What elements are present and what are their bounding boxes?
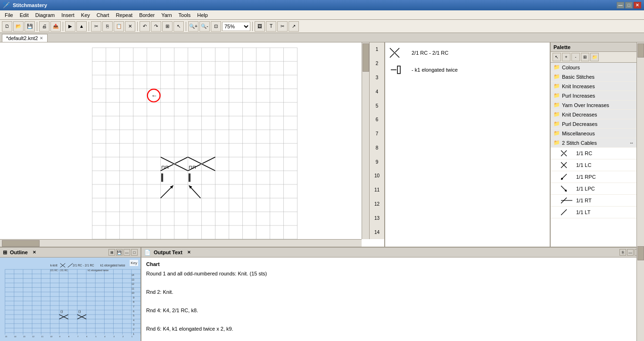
tab-close-button[interactable]: ✕ [40, 36, 43, 41]
svg-rect-74 [5, 269, 140, 334]
cut-button[interactable]: ✂ [91, 21, 101, 32]
chart-area[interactable]: ←⊓⊓⊓⊓ 1413121110987654321 [0, 42, 385, 247]
new-button[interactable]: 🗋 [2, 21, 12, 32]
chart-grid[interactable]: ←⊓⊓⊓⊓ [0, 42, 384, 239]
chart-vscroll[interactable] [362, 42, 369, 239]
palette-folder-btn[interactable]: 📁 [590, 53, 599, 61]
outline-toolbar-btn[interactable]: ⊞ [108, 249, 115, 256]
svg-text:9: 9 [133, 296, 134, 299]
export-button[interactable]: 📤 [50, 21, 61, 32]
menu-help[interactable]: Help [194, 11, 211, 19]
menu-edit[interactable]: Edit [17, 11, 32, 19]
save-button[interactable]: 💾 [25, 21, 35, 32]
output-close-btn[interactable]: ✕ [187, 250, 191, 255]
output-vscroll[interactable] [636, 245, 644, 341]
vscroll-thumb[interactable] [363, 43, 369, 72]
undo-button[interactable]: ↶ [140, 21, 150, 32]
palette-folder-8[interactable]: 📁 2 Stitch Cables↔ [551, 138, 636, 148]
copy-button[interactable]: ⎘ [102, 21, 113, 32]
stitch-icon [560, 208, 573, 216]
output-min-btn[interactable]: — [627, 249, 634, 256]
bottom-area: ⊞ Outline ✕ ⊞ 💾 — □ Key k-knit [0, 247, 644, 341]
palette-stitch-9[interactable]: 1/1 RC [551, 148, 636, 159]
scissors-button[interactable]: ✂ [277, 21, 288, 32]
palette-zoom-out-btn[interactable]: - [571, 53, 580, 61]
palette-folder-2[interactable]: 📁 Knit Increases [551, 82, 636, 91]
outline-max-btn[interactable]: □ [131, 249, 138, 256]
palette-folder-6[interactable]: 📁 Purl Decreases [551, 119, 636, 129]
palette-folder-1[interactable]: 📁 Basic Stitches [551, 72, 636, 82]
menu-tools[interactable]: Tools [176, 11, 194, 19]
palette-header: Palette ▶ [551, 42, 644, 52]
play-button[interactable]: ▶ [65, 21, 75, 32]
outline-header: ⊞ Outline ✕ ⊞ 💾 — □ [0, 248, 140, 258]
svg-text:2: 2 [123, 335, 124, 338]
select-button[interactable]: ⊞ [162, 21, 173, 32]
menu-key[interactable]: Key [78, 11, 93, 19]
palette-folder-0[interactable]: 📁 Colours [551, 63, 636, 72]
svg-text:←: ← [151, 92, 157, 99]
palette-folder-4[interactable]: 📁 Yarn Over Increases [551, 100, 636, 110]
palette-folder-3[interactable]: 📁 Purl Increases [551, 91, 636, 100]
palette-stitch-11[interactable]: 1/1 RPC [551, 171, 636, 183]
tab-label: *default2.knt2 [6, 35, 38, 41]
palette-stitch-13[interactable]: 1/1 RT [551, 195, 636, 207]
svg-text:⊓⊓: ⊓⊓ [161, 165, 169, 170]
palette-stitch-14[interactable]: 1/1 LT [551, 207, 636, 218]
svg-text:k1 elongated twice: k1 elongated twice [100, 264, 125, 267]
menu-chart[interactable]: Chart [94, 11, 112, 19]
palette-stitch-10[interactable]: 1/1 LC [551, 159, 636, 171]
palette-folder-7[interactable]: 📁 Miscellaneous [551, 129, 636, 138]
folder-label: Colours [562, 65, 580, 70]
stitch-label: 1/1 RT [576, 198, 592, 203]
arrow2-button[interactable]: ↗ [289, 21, 299, 32]
hscroll-thumb[interactable] [2, 240, 40, 247]
palette-folder-5[interactable]: 📁 Knit Decreases [551, 110, 636, 119]
chart-hscroll[interactable] [0, 239, 362, 247]
zoom-in-button[interactable]: 🔍+ [188, 21, 198, 32]
menu-diagram[interactable]: Diagram [33, 11, 58, 19]
menu-repeat[interactable]: Repeat [113, 11, 135, 19]
output-copy-btn[interactable]: ⎘ [619, 249, 626, 256]
menu-border[interactable]: Border [136, 11, 157, 19]
close-button[interactable]: ✕ [634, 2, 641, 8]
legend-item-elongated: - k1 elongated twice [389, 63, 546, 76]
svg-text:2: 2 [133, 328, 134, 331]
palette-zoom-in-btn[interactable]: + [562, 53, 570, 61]
menu-insert[interactable]: Insert [58, 11, 77, 19]
outline-min-btn[interactable]: — [124, 249, 130, 256]
svg-text:2/1 RC - 2/1 RC: 2/1 RC - 2/1 RC [73, 264, 94, 267]
zoom-fit-button[interactable]: ⊡ [211, 21, 221, 32]
text-button[interactable]: T [266, 21, 276, 32]
arrow-button[interactable]: ▲ [76, 21, 87, 32]
paste-button[interactable]: 📋 [114, 21, 124, 32]
svg-text:13: 13 [23, 335, 25, 338]
open-button[interactable]: 📂 [13, 21, 24, 32]
outline-save-btn[interactable]: 💾 [116, 249, 123, 256]
outline-close-btn[interactable]: ✕ [33, 250, 36, 255]
output-scroll-thumb[interactable] [637, 246, 644, 260]
svg-text:11: 11 [132, 287, 134, 290]
legend-elongated-icon [389, 63, 408, 76]
palette-select-btn[interactable]: ⊞ [581, 53, 589, 61]
zoom-out-button[interactable]: 🔍- [199, 21, 210, 32]
menu-file[interactable]: File [2, 11, 16, 19]
svg-text:⟨⟩: ⟨⟩ [78, 309, 81, 314]
pointer-button[interactable]: ↖ [173, 21, 184, 32]
folder-label: Knit Increases [562, 83, 595, 89]
svg-text:8: 8 [133, 300, 134, 303]
img-button[interactable]: 🖼 [255, 21, 265, 32]
palette-stitch-12[interactable]: 1/1 LPC [551, 183, 636, 195]
tab-default2[interactable]: *default2.knt2 ✕ [2, 34, 48, 42]
redo-button[interactable]: ↷ [151, 21, 161, 32]
print-button[interactable]: 🖨 [39, 21, 50, 32]
svg-text:1: 1 [132, 335, 133, 338]
delete-button[interactable]: ✕ [125, 21, 135, 32]
svg-text:3: 3 [133, 323, 134, 326]
zoom-select[interactable]: 75% 25% 50% 100% 150% 200% [222, 22, 250, 31]
menu-yarn[interactable]: Yarn [158, 11, 174, 19]
output-line-3: Rnd 2: Knit. [146, 288, 639, 297]
palette-pointer-btn[interactable]: ↖ [553, 53, 561, 61]
maximize-button[interactable]: □ [625, 2, 633, 8]
minimize-button[interactable]: — [617, 2, 624, 8]
